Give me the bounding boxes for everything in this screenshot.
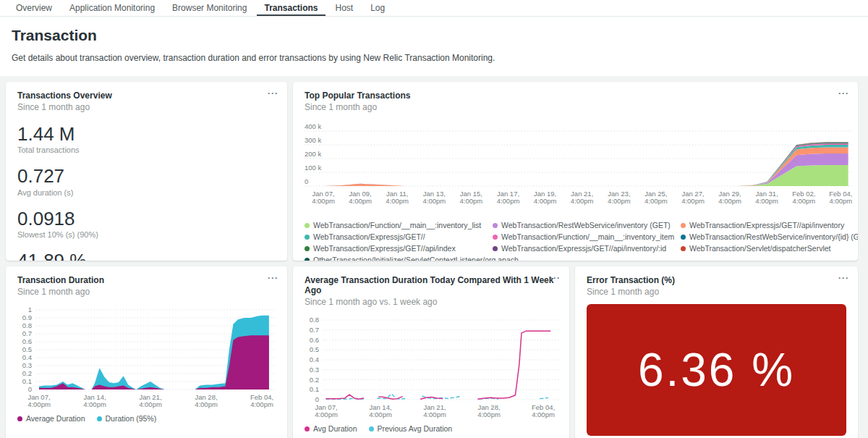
svg-text:Feb 04,4:00pm: Feb 04,4:00pm <box>532 403 555 418</box>
metric-label: Slowest 10% (s) (90%) <box>17 230 276 239</box>
svg-text:Feb 04,4:00pm: Feb 04,4:00pm <box>829 190 852 205</box>
metric-success-rate: 41.89 % Success rate <box>17 251 276 261</box>
svg-text:0: 0 <box>28 385 32 393</box>
panel-transactions-overview: Transactions Overview Since 1 month ago … <box>6 82 287 261</box>
legend-column: WebTransaction/RestWebService/inventory … <box>493 221 678 261</box>
svg-text:0.5: 0.5 <box>22 345 32 353</box>
svg-text:0.6: 0.6 <box>310 336 319 344</box>
legend-item[interactable]: WebTransaction/RestWebService/inventory/… <box>681 232 858 241</box>
legend-item[interactable]: WebTransaction/RestWebService/inventory … <box>493 221 678 229</box>
legend-dot-icon <box>681 246 686 251</box>
legend-item[interactable]: WebTransaction/Function/__main__:invento… <box>305 221 490 229</box>
panel-top-popular-transactions: Top Popular Transactions Since 1 month a… <box>293 82 858 261</box>
svg-text:Jan 29,4:00pm: Jan 29,4:00pm <box>718 190 741 205</box>
transaction-duration-legend: Average DurationDuration (95%) <box>17 414 276 423</box>
svg-text:0.7: 0.7 <box>22 329 32 337</box>
tab-browser-monitoring[interactable]: Browser Monitoring <box>165 0 254 16</box>
legend-label: WebTransaction/RestWebService/inventory/… <box>689 232 858 241</box>
page-header: Transaction Get details about transactio… <box>0 17 868 76</box>
panel-subtitle: Since 1 month ago vs. 1 week ago <box>305 297 558 307</box>
legend-item[interactable]: WebTransaction/Expressjs/GET//api/index <box>305 244 490 253</box>
svg-text:0: 0 <box>305 177 308 185</box>
legend-item[interactable]: WebTransaction/Expressjs/GET//api/invent… <box>493 244 678 253</box>
avg-duration-compare-chart[interactable]: 00.10.20.30.40.50.60.70.8Jan 07,4:00pmJa… <box>305 313 559 421</box>
panel-title: Error Transaction (%) <box>587 275 846 285</box>
svg-text:0.5: 0.5 <box>310 345 319 353</box>
svg-text:400 k: 400 k <box>305 122 321 130</box>
legend-label: Previous Avg Duration <box>378 424 453 433</box>
metric-total-transactions: 1.44 M Total transactions <box>17 125 276 154</box>
metric-label: Avg duration (s) <box>17 188 276 197</box>
panel-error-transaction: Error Transaction (%) Since 1 month ago … <box>575 266 858 438</box>
svg-text:0.2: 0.2 <box>22 369 32 377</box>
legend-label: WebTransaction/RestWebService/inventory … <box>501 221 671 229</box>
svg-text:0.3: 0.3 <box>310 366 319 374</box>
legend-dot-icon <box>305 235 310 240</box>
legend-label: WebTransaction/Servlet/dispatcherServlet <box>689 244 831 253</box>
svg-text:Jan 07,4:00pm: Jan 07,4:00pm <box>27 393 51 408</box>
transaction-duration-chart[interactable]: 00.10.20.30.40.50.60.70.80.91Jan 07,4:00… <box>17 303 276 411</box>
metric-value: 41.89 % <box>17 251 276 261</box>
tab-overview[interactable]: Overview <box>9 0 59 16</box>
legend-dot-icon <box>305 223 310 228</box>
panel-menu-icon[interactable]: ⋯ <box>549 272 561 283</box>
legend-label: Average Duration <box>26 414 85 423</box>
tab-log[interactable]: Log <box>363 0 392 16</box>
legend-item[interactable]: Previous Avg Duration <box>369 424 453 433</box>
panel-menu-icon[interactable]: ⋯ <box>267 88 278 98</box>
svg-text:Jan 27,4:00pm: Jan 27,4:00pm <box>681 190 705 205</box>
top-popular-transactions-chart[interactable]: 0100 k200 k300 k400 kJan 07,4:00pmJan 09… <box>305 117 853 215</box>
svg-text:Jan 21,4:00pm: Jan 21,4:00pm <box>139 393 162 408</box>
legend-item[interactable]: WebTransaction/Expressjs/GET// <box>305 232 490 241</box>
svg-text:Jan 21,4:00pm: Jan 21,4:00pm <box>423 403 446 418</box>
svg-text:0.7: 0.7 <box>310 326 319 334</box>
legend-label: WebTransaction/Expressjs/GET//api/invent… <box>689 221 844 229</box>
panel-transaction-duration: Transaction Duration Since 1 month ago ⋯… <box>6 266 287 438</box>
svg-text:Jan 21,4:00pm: Jan 21,4:00pm <box>571 190 594 205</box>
legend-dot-icon <box>97 416 102 421</box>
svg-text:0: 0 <box>315 395 319 403</box>
panel-menu-icon[interactable]: ⋯ <box>267 272 278 283</box>
page-description: Get details about transaction overview, … <box>12 53 856 63</box>
legend-item[interactable]: WebTransaction/Servlet/dispatcherServlet <box>681 244 858 253</box>
panel-title: Transactions Overview <box>17 90 276 101</box>
svg-text:Jan 14,4:00pm: Jan 14,4:00pm <box>83 393 106 408</box>
legend-item[interactable]: WebTransaction/Function/__main__:invento… <box>493 232 678 241</box>
legend-dot-icon <box>369 426 374 431</box>
legend-dot-icon <box>681 223 686 228</box>
svg-text:0.8: 0.8 <box>310 316 319 324</box>
svg-text:Jan 19,4:00pm: Jan 19,4:00pm <box>534 190 557 205</box>
legend-item[interactable]: WebTransaction/Expressjs/GET//api/invent… <box>681 221 858 229</box>
legend-item[interactable]: Average Duration <box>17 414 85 423</box>
tab-transactions[interactable]: Transactions <box>257 0 325 16</box>
error-rate-billboard: 6.36 % <box>587 304 846 436</box>
panel-menu-icon[interactable]: ⋯ <box>838 88 849 98</box>
legend-item[interactable]: OtherTransaction/Initializer/ServletCont… <box>305 256 490 261</box>
tab-host[interactable]: Host <box>328 0 361 16</box>
legend-dot-icon <box>305 246 310 251</box>
svg-text:Jan 17,4:00pm: Jan 17,4:00pm <box>497 190 520 205</box>
legend-label: Duration (95%) <box>106 414 157 423</box>
panel-subtitle: Since 1 month ago <box>587 287 846 297</box>
svg-text:Jan 09,4:00pm: Jan 09,4:00pm <box>349 190 372 205</box>
svg-text:1: 1 <box>28 306 32 313</box>
legend-item[interactable]: Duration (95%) <box>97 414 157 423</box>
svg-text:Jan 11,4:00pm: Jan 11,4:00pm <box>386 190 409 205</box>
top-nav: Overview Application Monitoring Browser … <box>0 0 868 17</box>
svg-text:Feb 04,4:00pm: Feb 04,4:00pm <box>250 393 273 408</box>
legend-column: WebTransaction/Function/__main__:invento… <box>305 221 490 261</box>
panel-menu-icon[interactable]: ⋯ <box>838 272 849 283</box>
svg-text:0.4: 0.4 <box>310 355 319 363</box>
metric-slowest-10: 0.0918 Slowest 10% (s) (90%) <box>17 209 276 239</box>
legend-item[interactable]: Avg Duration <box>305 424 357 433</box>
legend-label: Avg Duration <box>313 424 357 433</box>
panel-subtitle: Since 1 month ago <box>17 102 276 112</box>
tab-application-monitoring[interactable]: Application Monitoring <box>62 0 162 16</box>
panel-subtitle: Since 1 month ago <box>17 287 276 297</box>
svg-text:300 k: 300 k <box>305 136 321 144</box>
legend-label: WebTransaction/Expressjs/GET//api/index <box>313 244 456 253</box>
svg-text:0.9: 0.9 <box>22 313 32 321</box>
legend-dot-icon <box>493 246 498 251</box>
panel-title: Top Popular Transactions <box>305 90 846 101</box>
metric-avg-duration: 0.727 Avg duration (s) <box>17 167 276 196</box>
